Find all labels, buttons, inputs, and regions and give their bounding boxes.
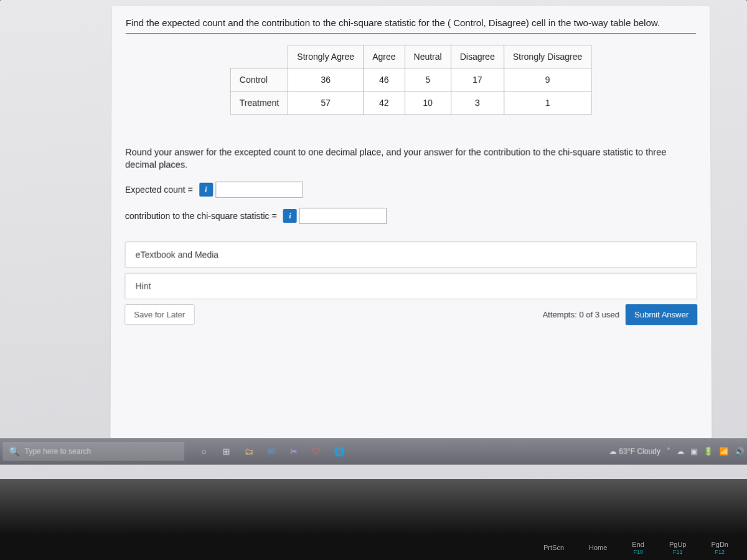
submit-answer-button[interactable]: Submit Answer [626,304,697,325]
key-prtscn: PrtScn [543,544,564,551]
info-icon[interactable]: i [283,209,297,223]
contribution-label: contribution to the chi-square statistic… [125,211,277,221]
search-placeholder: Type here to search [24,447,91,455]
explorer-icon[interactable]: 🗂 [242,444,256,458]
key-end: EndF10 [632,541,644,555]
table-cell: 10 [405,91,451,114]
table-cell: 36 [288,68,364,91]
attempts-text: Attempts: 0 of 3 used [543,310,619,319]
snip-icon[interactable]: ✂ [287,444,301,458]
taskview-icon[interactable]: ⊞ [219,444,233,458]
tray-icon[interactable]: ▣ [690,447,697,455]
key-pgdn: PgDnF12 [711,541,728,555]
mail-icon[interactable]: ✉ [265,444,278,458]
edge-icon[interactable]: 🌐 [332,444,346,458]
table-cell: 57 [288,91,364,114]
windows-taskbar: 🔍 Type here to search ○ ⊞ 🗂 ✉ ✂ 🛡 🌐 ☁ 63… [0,438,747,465]
table-cell: 9 [504,68,591,91]
question-panel: Find the expected count and the contribu… [110,6,712,438]
wifi-icon[interactable]: 📶 [719,447,728,455]
table-cell: 46 [364,68,405,91]
row-header: Control [230,68,288,91]
keyboard-row: PrtScn Home EndF10 PgUpF11 PgDnF12 [0,535,747,560]
col-header: Disagree [451,45,504,68]
expected-count-input[interactable] [215,181,303,197]
contribution-row: contribution to the chi-square statistic… [125,208,697,224]
table-row: Treatment 57 42 10 3 1 [230,91,591,114]
rounding-instructions: Round your answer for the excepted count… [125,146,697,171]
table-corner [230,45,288,68]
onedrive-icon[interactable]: ☁ [677,447,684,455]
laptop-base [0,479,747,535]
hint-button[interactable]: Hint [125,273,697,299]
security-icon[interactable]: 🛡 [309,444,323,458]
save-for-later-button[interactable]: Save for Later [125,304,194,325]
weather-text: 63°F Cloudy [619,447,660,455]
key-home: Home [589,544,607,551]
search-icon: 🔍 [9,446,19,456]
etextbook-button[interactable]: eTextbook and Media [125,241,697,268]
info-icon[interactable]: i [199,182,213,196]
contingency-table: Strongly Agree Agree Neutral Disagree St… [230,45,592,114]
table-cell: 17 [451,68,504,91]
cortana-icon[interactable]: ○ [197,444,210,458]
volume-icon[interactable]: 🔊 [735,447,745,455]
col-header: Agree [364,45,405,68]
key-pgup: PgUpF11 [669,541,687,555]
col-header: Strongly Disagree [504,45,591,68]
battery-icon[interactable]: 🔋 [703,447,713,455]
expected-count-row: Expected count = i [125,181,697,197]
table-cell: 42 [364,91,405,114]
taskbar-search[interactable]: 🔍 Type here to search [2,442,184,460]
expected-count-label: Expected count = [125,184,193,194]
contribution-input[interactable] [299,208,387,224]
question-text: Find the expected count and the contribu… [126,17,696,34]
table-row: Control 36 46 5 17 9 [230,68,591,91]
col-header: Neutral [405,45,451,68]
table-cell: 5 [405,68,451,91]
table-cell: 3 [451,91,504,114]
row-header: Treatment [230,91,288,114]
cloud-icon: ☁ [609,447,616,455]
chevron-up-icon[interactable]: ˄ [667,447,670,455]
weather-widget[interactable]: ☁ 63°F Cloudy [609,447,660,455]
col-header: Strongly Agree [288,45,364,68]
table-cell: 1 [504,91,591,114]
